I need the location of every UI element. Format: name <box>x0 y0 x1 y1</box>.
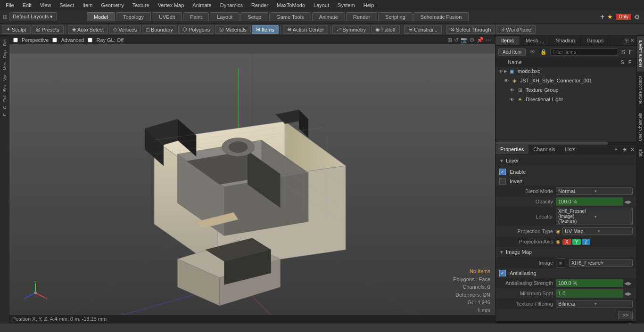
items-button[interactable]: ⊞ Items <box>252 25 279 34</box>
tab-shading[interactable]: Shading <box>550 36 581 45</box>
filter-input[interactable] <box>550 49 618 56</box>
sidebar-item-em[interactable]: Em <box>1 83 8 94</box>
axis-z-button[interactable]: Z <box>582 239 590 245</box>
viewport-pin-icon[interactable]: 📌 <box>477 37 484 43</box>
viewport-advanced-checkbox[interactable] <box>52 38 57 42</box>
sidebar-item-mes[interactable]: Mes <box>1 60 8 72</box>
locator-dropdown[interactable]: XH6_Fresnel (Image) (Texture) ▾ <box>556 208 633 225</box>
side-tab-user-channels[interactable]: User Channels <box>637 109 644 145</box>
menu-animate[interactable]: Animate <box>189 1 215 9</box>
items-list[interactable]: 👁 ▶ ▣ modo.bxo 👁 ◈ JST_XH_Style_Connecto… <box>495 66 636 142</box>
menu-view[interactable]: View <box>36 1 55 9</box>
menu-system[interactable]: System <box>334 1 359 9</box>
texture-filtering-dropdown[interactable]: Bilinear ▾ <box>556 300 633 308</box>
viewport-sync-icon[interactable]: ↺ <box>454 37 459 43</box>
menu-edit[interactable]: Edit <box>19 1 35 9</box>
menu-dynamics[interactable]: Dynamics <box>216 1 247 9</box>
falloff-button[interactable]: ◉ Falloff <box>371 25 400 34</box>
tab-game-tools[interactable]: Game Tools <box>269 12 311 21</box>
visibility-eye-icon[interactable]: 👁 <box>498 69 503 74</box>
menu-item[interactable]: Item <box>79 1 96 9</box>
minimum-spot-bg[interactable]: 1.0 <box>556 289 623 298</box>
tab-uvedit[interactable]: UVEdit <box>152 12 182 21</box>
menu-select[interactable]: Select <box>56 1 78 9</box>
props-close-button[interactable]: ✕ <box>628 145 636 154</box>
polygons-button[interactable]: ⬡ Polygons <box>178 25 214 34</box>
settings-icon[interactable]: ⚙ <box>634 13 640 21</box>
tab-render[interactable]: Render <box>346 12 377 21</box>
tab-paint[interactable]: Paint <box>183 12 209 21</box>
menu-maxtomodo[interactable]: MaxToModo <box>273 1 309 9</box>
select-through-button[interactable]: ⊠ Select Through <box>446 25 495 34</box>
antialiasing-strength-bg[interactable]: 100.0 % <box>556 279 623 287</box>
constrain-button[interactable]: ⊟ Constrai... <box>404 25 442 34</box>
section-arrow-icon[interactable]: ▼ <box>499 158 504 163</box>
presets-button[interactable]: ◎ Presets <box>32 25 64 34</box>
props-resize-button[interactable]: ⊞ <box>620 145 628 154</box>
viewport-more-icon[interactable]: ⋯ <box>486 37 491 43</box>
menu-texture[interactable]: Texture <box>129 1 153 9</box>
list-item[interactable]: 👁 ⊞ Texture Group <box>507 85 636 95</box>
invert-checkbox[interactable] <box>499 178 506 185</box>
symmetry-button[interactable]: ⇌ Symmetry <box>332 25 370 34</box>
viewport[interactable]: Perspective Advanced Ray GL: Off ⊞ ↺ 📷 ⚙… <box>9 36 495 324</box>
tab-items[interactable]: Items <box>495 36 520 45</box>
tree-expand-arrow[interactable]: ▶ <box>504 69 507 73</box>
viewport-3d-canvas[interactable] <box>9 45 495 324</box>
tab-lists[interactable]: Lists <box>560 145 580 154</box>
list-item[interactable]: 👁 ☀ Directional Light <box>507 95 636 104</box>
viewport-maximize-icon[interactable]: ⊞ <box>447 37 452 43</box>
tab-groups[interactable]: Groups <box>581 36 610 45</box>
viewport-checkbox[interactable] <box>13 38 18 42</box>
list-item[interactable]: 👁 ▶ ▣ modo.bxo <box>495 66 636 76</box>
action-center-button[interactable]: ⊕ Action Center <box>283 25 329 34</box>
side-tab-texture-locator[interactable]: Texture Locator <box>637 72 644 109</box>
tab-channels[interactable]: Channels <box>528 145 560 154</box>
side-tab-texture-layers[interactable]: Texture Layers <box>637 36 644 72</box>
opacity-adjust-icon[interactable]: ◀▶ <box>623 199 633 204</box>
visibility-eye-icon[interactable]: 👁 <box>510 88 514 93</box>
menu-vertex-map[interactable]: Vertex Map <box>154 1 188 9</box>
tab-model[interactable]: Model <box>87 12 115 21</box>
add-workspace-button[interactable]: + <box>600 13 604 21</box>
visibility-icon[interactable]: 👁 <box>528 47 537 57</box>
tab-properties[interactable]: Properties <box>495 145 528 154</box>
axis-x-button[interactable]: X <box>562 239 571 245</box>
antialiasing-strength-adjust-icon[interactable]: ◀▶ <box>623 281 633 286</box>
opacity-slider-bg[interactable]: 100.0 % <box>556 197 623 206</box>
tab-mesh-map[interactable]: Mesh ... <box>520 36 550 45</box>
props-add-button[interactable]: + <box>612 145 620 154</box>
blend-mode-dropdown[interactable]: Normal ▾ <box>556 187 633 195</box>
visibility-eye-icon[interactable]: 👁 <box>504 78 509 83</box>
tab-topology[interactable]: Topology <box>116 12 151 21</box>
projection-type-dropdown[interactable]: UV Map ▾ <box>562 227 633 235</box>
menu-file[interactable]: File <box>2 1 18 9</box>
favorite-button[interactable]: ★ <box>607 13 613 20</box>
tab-animate[interactable]: Animate <box>312 12 345 21</box>
materials-button[interactable]: ◎ Materials <box>215 25 251 34</box>
opacity-slider[interactable]: 100.0 % ◀▶ <box>556 197 633 206</box>
sidebar-item-f[interactable]: F <box>1 112 8 118</box>
side-tab-tags[interactable]: Tags <box>637 145 644 162</box>
sidebar-item-c[interactable]: C <box>1 104 8 111</box>
auto-select-button[interactable]: ◈ Auto Select <box>68 25 108 34</box>
props-next-button[interactable]: >> <box>618 311 633 319</box>
sculpt-button[interactable]: ✦ Sculpt <box>2 25 31 34</box>
minimum-spot-adjust-icon[interactable]: ◀▶ <box>623 291 633 296</box>
tab-setup[interactable]: Setup <box>240 12 268 21</box>
menu-geometry[interactable]: Geometry <box>97 1 127 9</box>
antialiasing-strength-slider[interactable]: 100.0 % ◀▶ <box>556 279 633 287</box>
menu-render[interactable]: Render <box>248 1 272 9</box>
vertices-button[interactable]: ◇ Vertices <box>109 25 141 34</box>
visibility-eye-icon[interactable]: 👁 <box>510 97 514 102</box>
boundary-button[interactable]: □ Boundary <box>142 25 177 34</box>
antialiasing-checkbox[interactable]: ✓ <box>499 270 506 276</box>
sidebar-item-dup[interactable]: Dup <box>1 49 8 60</box>
command-input[interactable] <box>500 323 628 324</box>
menu-help[interactable]: Help <box>360 1 378 9</box>
minimum-spot-slider[interactable]: 1.0 ◀▶ <box>556 289 633 298</box>
axis-y-button[interactable]: Y <box>572 239 581 245</box>
viewport-camera-icon[interactable]: 📷 <box>461 37 468 43</box>
panel-resize-icon[interactable]: ⊞ <box>624 37 629 44</box>
sidebar-item-dei[interactable]: Dei <box>1 38 8 48</box>
